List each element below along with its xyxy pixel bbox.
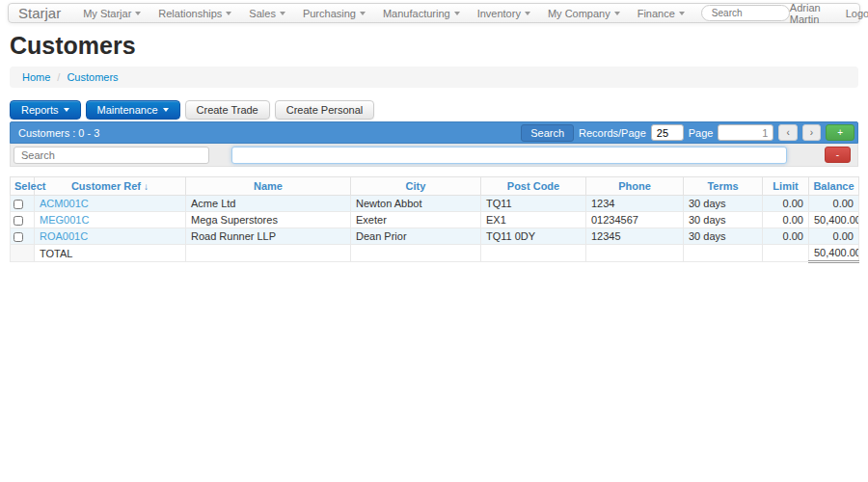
quick-search-input[interactable] [14,147,209,164]
total-balance-value: 50,400.00 [809,245,859,262]
table-row[interactable]: ROA001C Road Runner LLP Dean Prior TQ11 … [11,228,859,245]
page-label: Page [689,127,714,139]
chevron-down-icon [614,12,620,15]
customer-ref-link[interactable]: MEG001C [40,214,89,226]
table-row[interactable]: ACM001C Acme Ltd Newton Abbot TQ11 1234 … [11,196,859,212]
customer-city-cell: Exeter [351,212,481,228]
column-header-phone[interactable]: Phone [586,177,684,196]
chevron-right-icon: › [810,127,813,138]
nav-menu-purchasing[interactable]: Purchasing [294,8,374,19]
customer-balance-cell: 50,400.00 [809,212,859,228]
logout-link[interactable]: Logout [846,8,868,19]
column-header-name[interactable]: Name [186,177,351,196]
customer-postcode-cell: EX1 [481,212,586,228]
column-header-select[interactable]: Select [11,177,35,196]
previous-page-button[interactable]: ‹ [778,124,797,141]
records-per-page-label: Records/Page [579,127,646,139]
navbar-search [701,5,790,21]
customer-limit-cell: 0.00 [763,228,809,245]
column-header-terms[interactable]: Terms [684,177,763,196]
customer-ref-link[interactable]: ROA001C [40,230,88,242]
row-select-checkbox[interactable] [14,232,23,242]
nav-menu-inventory[interactable]: Inventory [469,8,539,19]
nav-menu-manufacturing[interactable]: Manufacturing [374,8,469,19]
page-number-input[interactable] [718,124,773,141]
search-button[interactable]: Search [521,124,574,142]
customer-ref-link[interactable]: ACM001C [40,198,89,209]
column-header-limit[interactable]: Limit [763,177,809,196]
next-page-button[interactable]: › [802,124,821,141]
action-toolbar: Reports Maintenance Create Trade Create … [10,100,858,120]
breadcrumb-current-link[interactable]: Customers [67,71,118,83]
nav-menu-my-company[interactable]: My Company [539,8,629,19]
customer-balance-cell: 0.00 [809,228,859,245]
panel-controls: Search Records/Page Page ‹ › + [521,124,854,142]
column-header-post-code[interactable]: Post Code [481,177,586,196]
minus-icon: - [836,149,839,160]
records-per-page-input[interactable] [651,124,684,141]
breadcrumb-separator: / [57,71,60,83]
table-header-row: Select Customer Ref ↓ Name City Post Cod… [11,177,859,196]
chevron-down-icon [679,12,685,15]
total-row: TOTAL 50,400.00 [11,245,859,262]
chevron-down-icon [64,108,69,112]
brand-logo[interactable]: Starjar [18,5,61,21]
reports-dropdown-button[interactable]: Reports [10,100,81,120]
customer-phone-cell: 1234 [586,196,684,212]
column-header-customer-ref[interactable]: Customer Ref ↓ [35,177,186,196]
customer-name-cell: Road Runner LLP [186,228,351,245]
row-select-checkbox[interactable] [14,216,23,226]
customer-phone-cell: 12345 [586,228,684,245]
customer-limit-cell: 0.00 [763,196,809,212]
chevron-left-icon: ‹ [786,127,789,138]
customers-panel-header: Customers : 0 - 3 Search Records/Page Pa… [10,121,858,144]
chevron-down-icon [454,12,460,15]
navbar-search-input[interactable] [701,5,790,21]
customer-balance-cell: 0.00 [809,196,859,212]
customer-postcode-cell: TQ11 0DY [481,228,586,245]
nav-menu-relationships[interactable]: Relationships [149,8,240,19]
total-empty-cell [11,245,35,262]
create-personal-button[interactable]: Create Personal [275,100,375,120]
chevron-down-icon [163,108,169,112]
chevron-down-icon [226,12,231,15]
nav-menu-my-starjar[interactable]: My Starjar [74,8,149,19]
nav-menu-sales[interactable]: Sales [240,8,294,19]
customer-city-cell: Newton Abbot [351,196,481,212]
chevron-down-icon [525,12,530,15]
filter-row: - [10,144,858,167]
top-navbar: Starjar My Starjar Relationships Sales P… [8,3,860,23]
customers-table-wrap: Select Customer Ref ↓ Name City Post Cod… [10,176,858,263]
table-row[interactable]: MEG001C Mega Superstores Exeter EX1 0123… [11,212,859,228]
column-header-city[interactable]: City [351,177,481,196]
sort-descending-icon: ↓ [144,181,149,192]
customer-postcode-cell: TQ11 [481,196,586,212]
chevron-down-icon [360,12,366,15]
total-label: TOTAL [35,245,186,262]
customer-terms-cell: 30 days [684,196,763,212]
remove-filter-button[interactable]: - [825,147,851,163]
add-record-button[interactable]: + [826,124,854,141]
customers-table: Select Customer Ref ↓ Name City Post Cod… [10,176,859,263]
nav-menu-finance[interactable]: Finance [629,8,693,19]
record-range-label: Customers : 0 - 3 [18,127,99,139]
breadcrumb: Home / Customers [10,67,858,88]
column-header-balance[interactable]: Balance [809,177,859,196]
filter-value-input[interactable] [231,147,787,164]
customer-name-cell: Mega Superstores [186,212,351,228]
chevron-down-icon [280,12,285,15]
customer-phone-cell: 01234567 [586,212,684,228]
customer-name-cell: Acme Ltd [186,196,351,212]
breadcrumb-home-link[interactable]: Home [22,71,50,83]
page-title: Customers [10,32,858,60]
chevron-down-icon [135,12,141,15]
plus-icon: + [837,127,843,138]
navbar-right: Adrian Martin Logout [790,2,868,25]
customer-terms-cell: 30 days [684,228,763,245]
customer-limit-cell: 0.00 [763,212,809,228]
create-trade-button[interactable]: Create Trade [185,100,270,120]
customer-city-cell: Dean Prior [351,228,481,245]
row-select-checkbox[interactable] [14,200,23,209]
current-user-label[interactable]: Adrian Martin [790,2,821,25]
maintenance-dropdown-button[interactable]: Maintenance [86,100,180,120]
